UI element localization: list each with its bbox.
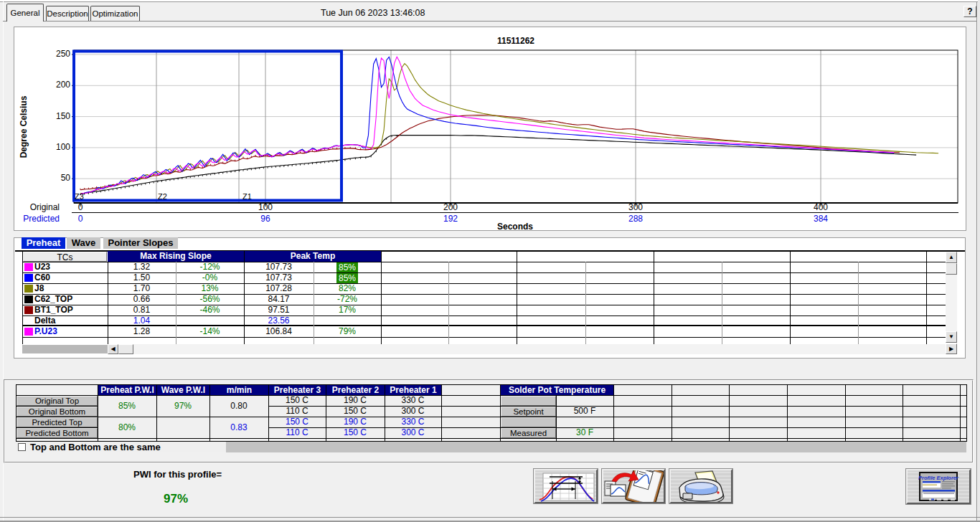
svg-text:Z1: Z1 (242, 192, 252, 201)
svg-text:Z2: Z2 (158, 192, 167, 201)
svg-text:Profile Explorer: Profile Explorer (918, 475, 959, 481)
svg-text:Z3: Z3 (75, 192, 84, 201)
